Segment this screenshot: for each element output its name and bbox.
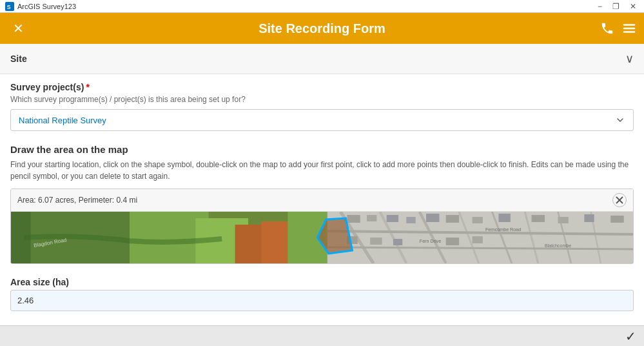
svg-rect-33: [446, 238, 459, 245]
svg-text:Blatchcombe: Blatchcombe: [545, 243, 571, 248]
survey-project-title: Survey project(s)*: [10, 82, 634, 92]
draw-area-section: Draw the area on the map Find your start…: [10, 144, 634, 264]
svg-rect-30: [446, 215, 459, 223]
checkmark-icon: ✓: [625, 329, 636, 343]
svg-rect-32: [498, 214, 510, 222]
window-controls: − ❐ ✕: [595, 2, 639, 11]
svg-rect-38: [610, 216, 623, 223]
survey-project-subtitle: Which survey programme(s) / project(s) i…: [10, 95, 634, 104]
map-clear-button[interactable]: [612, 193, 627, 207]
area-size-input[interactable]: [10, 290, 634, 311]
area-size-block: Area size (ha): [10, 277, 634, 311]
area-size-title: Area size (ha): [10, 277, 634, 287]
svg-rect-34: [473, 236, 483, 243]
map-area-info: Area: 6.07 acres, Perimeter: 0.4 mi: [17, 196, 137, 205]
window-close-button[interactable]: ✕: [627, 2, 639, 11]
svg-rect-31: [473, 217, 483, 223]
map-svg: Blagdon Road Fern Drive Ferncombe Road B…: [11, 212, 633, 263]
hamburger-icon: [622, 21, 636, 36]
svg-rect-23: [367, 215, 376, 221]
app-header: ✕ Site Recording Form: [0, 13, 644, 44]
map-close-icon: [616, 196, 623, 204]
map-view[interactable]: Blagdon Road Fern Drive Ferncombe Road B…: [11, 212, 633, 263]
survey-project-required: *: [86, 82, 89, 92]
svg-rect-35: [532, 215, 545, 222]
svg-rect-29: [393, 239, 402, 245]
svg-text:S: S: [7, 3, 11, 10]
minimize-button[interactable]: −: [595, 2, 605, 11]
svg-text:Fern Drive: Fern Drive: [420, 239, 441, 243]
header-right-controls: [600, 21, 636, 36]
app-icon: S: [5, 2, 14, 11]
svg-rect-24: [387, 215, 398, 222]
site-section-chevron-icon: ∨: [625, 52, 634, 66]
phone-icon-button[interactable]: [600, 21, 614, 36]
svg-rect-28: [370, 238, 382, 245]
form-body: Survey project(s)* Which survey programm…: [0, 74, 644, 325]
survey-project-dropdown[interactable]: National Reptile Survey: [10, 109, 634, 131]
svg-rect-22: [347, 215, 360, 223]
bottom-bar: ✓: [0, 325, 644, 346]
draw-area-title: Draw the area on the map: [10, 144, 634, 155]
svg-rect-36: [558, 217, 568, 223]
maximize-button[interactable]: ❐: [610, 2, 622, 11]
svg-rect-26: [426, 214, 439, 222]
submit-button[interactable]: ✓: [625, 329, 636, 344]
map-info-bar: Area: 6.07 acres, Perimeter: 0.4 mi: [11, 189, 633, 212]
map-container[interactable]: Area: 6.07 acres, Perimeter: 0.4 mi: [10, 188, 634, 264]
site-section-header[interactable]: Site ∨: [0, 44, 644, 74]
menu-icon-button[interactable]: [622, 21, 636, 36]
form-close-button[interactable]: ✕: [8, 18, 28, 39]
draw-area-instructions: Find your starting location, click on th…: [10, 159, 634, 182]
svg-rect-37: [584, 214, 594, 222]
titlebar: S ArcGIS Survey123 − ❐ ✕: [0, 0, 644, 13]
svg-rect-25: [406, 217, 415, 223]
dropdown-chevron-icon: [615, 115, 625, 125]
site-section-label: Site: [10, 54, 27, 64]
form-title: Site Recording Form: [259, 21, 385, 36]
app-title: ArcGIS Survey123: [17, 3, 76, 10]
phone-icon: [600, 21, 614, 36]
survey-project-block: Survey project(s)* Which survey programm…: [10, 82, 634, 131]
main-content: Site ∨ Survey project(s)* Which survey p…: [0, 44, 644, 325]
svg-text:Ferncombe Road: Ferncombe Road: [485, 227, 521, 232]
survey-project-value: National Reptile Survey: [19, 116, 615, 125]
